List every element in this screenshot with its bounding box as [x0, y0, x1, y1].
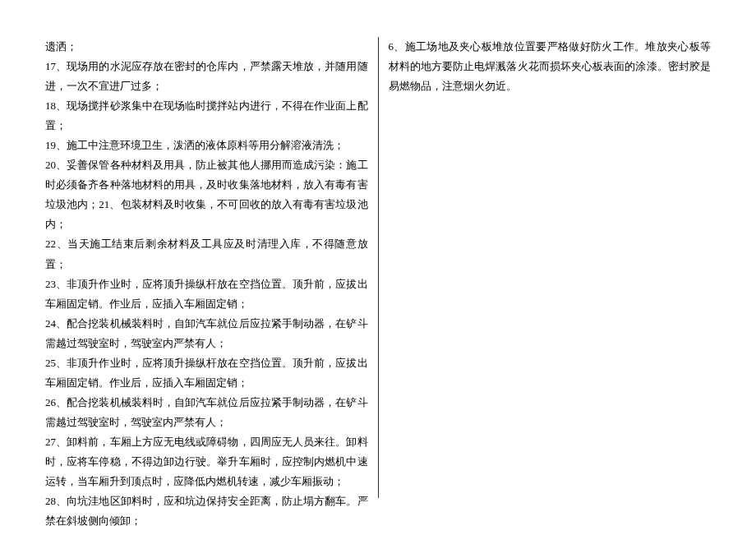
text-item: 遗洒；: [45, 37, 368, 57]
text-item: 18、现场搅拌砂浆集中在现场临时搅拌站内进行，不得在作业面上配置；: [45, 96, 368, 136]
text-item: 28、向坑洼地区卸料时，应和坑边保持安全距离，防止塌方翻车。严禁在斜坡侧向倾卸；: [45, 491, 368, 531]
text-item: 6、施工场地及夹心板堆放位置要严格做好防火工作。堆放夹心板等材料的地方要防止电焊…: [389, 37, 712, 96]
right-column: 6、施工场地及夹心板堆放位置要严格做好防火工作。堆放夹心板等材料的地方要防止电焊…: [379, 37, 712, 498]
text-item: 19、施工中注意环境卫生，泼洒的液体原料等用分解溶液清洗；: [45, 136, 368, 155]
text-item: 24、配合挖装机械装料时，自卸汽车就位后应拉紧手制动器，在铲斗需越过驾驶室时，驾…: [45, 314, 368, 353]
text-item: 25、非顶升作业时，应将顶升操纵杆放在空挡位置。顶升前，应拔出车厢固定销。作业后…: [45, 353, 368, 393]
text-item: 17、现场用的水泥应存放在密封的仓库内，严禁露天堆放，并随用随进，一次不宜进厂过…: [45, 57, 368, 96]
text-item: 22、当天施工结束后剩余材料及工具应及时清理入库，不得随意放置；: [45, 234, 368, 274]
text-item: 23、非顶升作业时，应将顶升操纵杆放在空挡位置。顶升前，应拔出车厢固定销。作业后…: [45, 274, 368, 314]
text-item: 20、妥善保管各种材料及用具，防止被其他人挪用而造成污染：施工时必须备齐各种落地…: [45, 155, 368, 234]
text-item: 27、卸料前，车厢上方应无电线或障碍物，四周应无人员来往。卸料时，应将车停稳，不…: [45, 432, 368, 491]
text-item: 29、卸料后，应及时使车厢复位，方可起步，不得在倾斜情况下行驶。严禁在车厢内载人…: [45, 531, 368, 535]
text-item: 26、配合挖装机械装料时，自卸汽车就位后应拉紧手制动器，在铲斗需越过驾驶室时，驾…: [45, 393, 368, 432]
left-column: 遗洒； 17、现场用的水泥应存放在密封的仓库内，严禁露天堆放，并随用随进，一次不…: [45, 37, 379, 498]
